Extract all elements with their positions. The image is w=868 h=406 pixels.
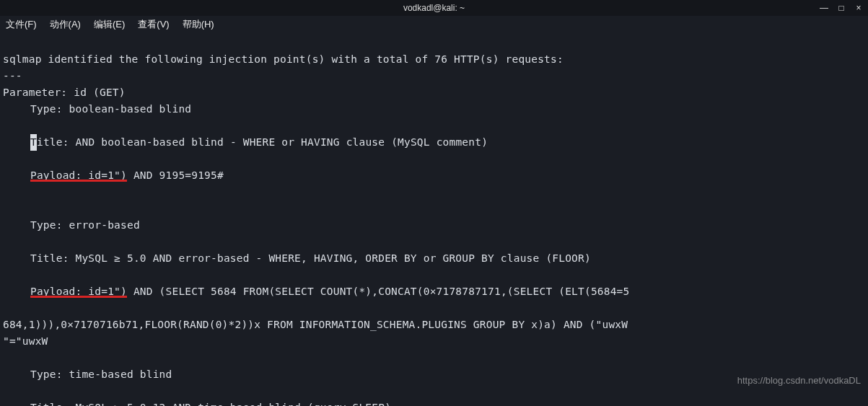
close-button[interactable]: ×	[854, 3, 864, 13]
blank-line	[3, 203, 9, 214]
b3-type: Type: time-based blind	[3, 366, 865, 383]
menu-help[interactable]: 帮助(H)	[183, 18, 214, 31]
b2-wrap1: 684,1))),0×7170716b71,FLOOR(RAND(0)*2))x…	[3, 319, 628, 330]
b2-type: Type: error-based	[3, 217, 865, 234]
menu-file[interactable]: 文件(F)	[6, 18, 37, 31]
cursor-block: T	[30, 134, 37, 151]
b1-title: Title: AND boolean-based blind - WHERE o…	[3, 134, 865, 151]
b1-payload: Payload: id=1") AND 9195=9195#	[3, 167, 865, 184]
menu-action[interactable]: 动作(A)	[50, 18, 81, 31]
terminal-output[interactable]: sqlmap identified the following injectio…	[0, 33, 868, 406]
menu-view[interactable]: 查看(V)	[138, 18, 169, 31]
blank-line	[3, 352, 9, 363]
b1-type: Type: boolean-based blind	[3, 101, 865, 118]
window-title: vodkadl@kali: ~	[403, 3, 465, 13]
menu-edit[interactable]: 编辑(E)	[94, 18, 125, 31]
output-param: Parameter: id (GET)	[3, 87, 126, 98]
minimize-button[interactable]: —	[819, 3, 829, 13]
b2-payload: Payload: id=1") AND (SELECT 5684 FROM(SE…	[3, 283, 865, 300]
b2-wrap2: "="uwxW	[3, 335, 48, 347]
payload-highlight: Payload: id=1")	[30, 286, 127, 297]
maximize-button[interactable]: □	[836, 3, 846, 13]
window-titlebar: vodkadl@kali: ~ — □ ×	[0, 0, 868, 16]
output-dashes: ---	[3, 70, 22, 81]
menu-bar: 文件(F) 动作(A) 编辑(E) 查看(V) 帮助(H)	[0, 16, 868, 33]
payload-highlight: Payload: id=1")	[30, 169, 127, 181]
b2-title: Title: MySQL ≥ 5.0 AND error-based - WHE…	[3, 250, 865, 267]
b3-title: Title: MySQL ≥ 5.0.12 AND time-based bli…	[3, 400, 865, 406]
window-controls: — □ ×	[819, 0, 864, 16]
output-header: sqlmap identified the following injectio…	[3, 53, 564, 65]
